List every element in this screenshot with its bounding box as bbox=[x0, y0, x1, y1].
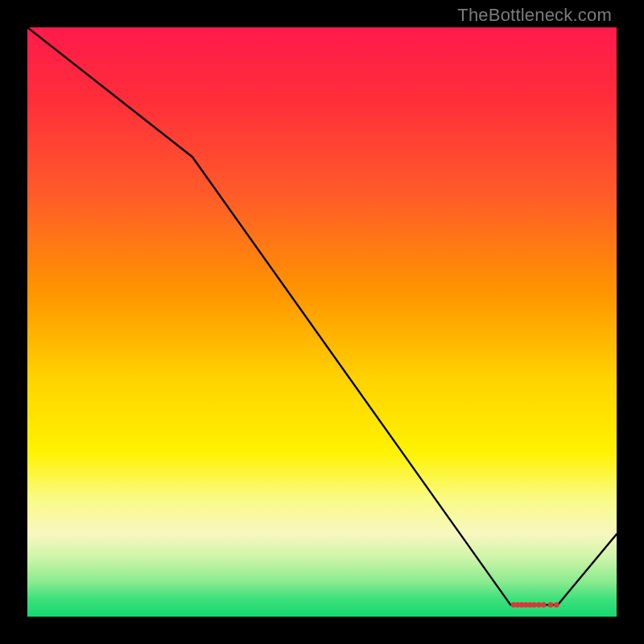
plot-area bbox=[27, 27, 617, 617]
chart-stage: TheBottleneck.com bbox=[0, 0, 644, 644]
series-line bbox=[27, 27, 617, 605]
marker-dot bbox=[548, 602, 554, 608]
chart-svg bbox=[27, 27, 617, 617]
marker-dot bbox=[531, 602, 537, 608]
marker-dot bbox=[541, 602, 547, 608]
marker-dot bbox=[536, 602, 542, 608]
marker-group bbox=[511, 602, 559, 608]
watermark-text: TheBottleneck.com bbox=[457, 5, 612, 26]
marker-dot bbox=[554, 602, 559, 608]
